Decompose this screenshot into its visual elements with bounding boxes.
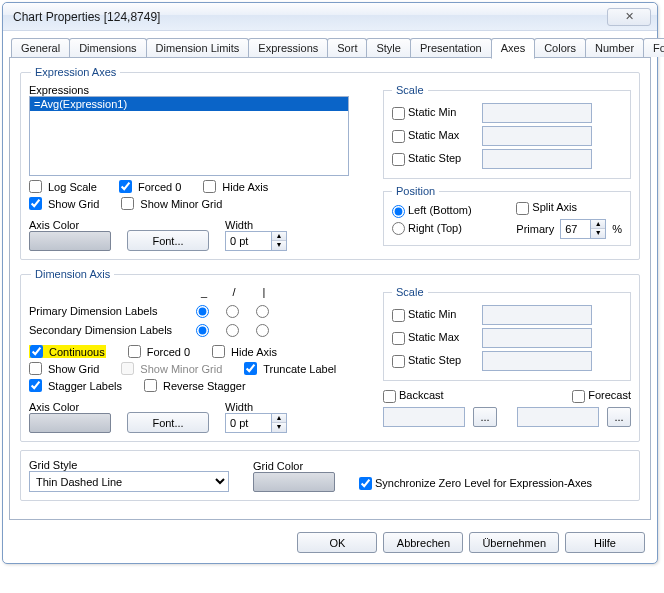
continuous-checkbox[interactable]: Continuous [29, 345, 106, 358]
truncate-label-checkbox[interactable]: Truncate Label [244, 362, 336, 375]
stagger-labels-checkbox[interactable]: Stagger Labels [29, 379, 122, 392]
dim-static-min-input[interactable] [482, 305, 592, 325]
tab-sort[interactable]: Sort [327, 38, 367, 57]
ok-button[interactable]: OK [297, 532, 377, 553]
grid-style-combo[interactable]: Thin Dashed Line [29, 471, 229, 492]
close-button[interactable]: ✕ [607, 8, 651, 26]
dim-label-radio-grid: _ / | Primary Dimension Labels Secondary… [29, 286, 367, 337]
forecast-input[interactable] [517, 407, 599, 427]
list-item[interactable]: =Avg(Expression1) [30, 97, 348, 111]
tab-general[interactable]: General [11, 38, 70, 57]
static-step-checkbox[interactable]: Static Step [392, 152, 476, 166]
grid-color-swatch[interactable] [253, 472, 335, 492]
chevron-up-icon[interactable]: ▲ [591, 220, 605, 229]
titlebar[interactable]: Chart Properties [124,8749] ✕ [3, 3, 657, 31]
position-left-radio[interactable]: Left (Bottom) [392, 204, 472, 216]
group-dim-scale: Scale Static Min Static Max Static Step [383, 286, 631, 381]
dim-forced0-checkbox[interactable]: Forced 0 [128, 345, 190, 358]
expr-width-input[interactable] [225, 231, 271, 251]
grid-color-label: Grid Color [253, 460, 335, 472]
group-expression-axes-legend: Expression Axes [31, 66, 120, 78]
static-step-input[interactable] [482, 149, 592, 169]
dim-show-grid-checkbox[interactable]: Show Grid [29, 362, 99, 375]
dim-width-label: Width [225, 401, 287, 413]
axis-color-label: Axis Color [29, 219, 111, 231]
tabstrip: General Dimensions Dimension Limits Expr… [9, 35, 651, 58]
backcast-browse-button[interactable]: ... [473, 407, 497, 427]
chevron-up-icon[interactable]: ▲ [272, 232, 286, 241]
tab-expressions[interactable]: Expressions [248, 38, 328, 57]
tab-dimension-limits[interactable]: Dimension Limits [146, 38, 250, 57]
dim-width-spinner[interactable]: ▲▼ [225, 413, 287, 433]
backcast-input[interactable] [383, 407, 465, 427]
position-right-radio[interactable]: Right (Top) [392, 222, 462, 234]
secondary-dim-label: Secondary Dimension Labels [29, 324, 189, 336]
expressions-listbox[interactable]: =Avg(Expression1) [29, 96, 349, 176]
dim-hide-axis-checkbox[interactable]: Hide Axis [212, 345, 277, 358]
chevron-down-icon[interactable]: ▼ [272, 241, 286, 250]
group-dimension-axis-legend: Dimension Axis [31, 268, 114, 280]
expr-width-spinner[interactable]: ▲▼ [225, 231, 287, 251]
axis-color-swatch[interactable] [29, 231, 111, 251]
static-min-input[interactable] [482, 103, 592, 123]
tab-number[interactable]: Number [585, 38, 644, 57]
dialog-window: Chart Properties [124,8749] ✕ General Di… [2, 2, 658, 564]
client-area: General Dimensions Dimension Limits Expr… [3, 31, 657, 563]
secondary-dim-diag-radio[interactable] [226, 324, 239, 337]
primary-dim-horiz-radio[interactable] [196, 305, 209, 318]
show-grid-checkbox[interactable]: Show Grid [29, 197, 99, 210]
tab-dimensions[interactable]: Dimensions [69, 38, 146, 57]
chevron-up-icon[interactable]: ▲ [272, 414, 286, 423]
dim-show-minor-grid-checkbox: Show Minor Grid [121, 362, 222, 375]
tab-panel-axes: Expression Axes Expressions =Avg(Express… [9, 58, 651, 520]
secondary-dim-horiz-radio[interactable] [196, 324, 209, 337]
dialog-footer: OK Abbrechen Übernehmen Hilfe [9, 524, 651, 553]
show-minor-grid-checkbox[interactable]: Show Minor Grid [121, 197, 222, 210]
group-expr-scale: Scale Static Min Static Max Static Step [383, 84, 631, 179]
backcast-checkbox[interactable]: Backcast [383, 389, 444, 403]
tab-style[interactable]: Style [366, 38, 410, 57]
static-max-checkbox[interactable]: Static Max [392, 129, 476, 143]
dim-static-step-checkbox[interactable]: Static Step [392, 354, 476, 368]
primary-dim-vert-radio[interactable] [256, 305, 269, 318]
primary-input[interactable] [560, 219, 590, 239]
forecast-browse-button[interactable]: ... [607, 407, 631, 427]
group-dimension-axis: Dimension Axis _ / | Primary Dimension L… [20, 268, 640, 442]
help-button[interactable]: Hilfe [565, 532, 645, 553]
log-scale-checkbox[interactable]: Log Scale [29, 180, 97, 193]
group-expr-position: Position Left (Bottom) Right (Top) Split… [383, 185, 631, 246]
tab-axes[interactable]: Axes [491, 38, 535, 59]
forced0-checkbox[interactable]: Forced 0 [119, 180, 181, 193]
sync-zero-checkbox[interactable]: Synchronize Zero Level for Expression-Ax… [359, 477, 592, 491]
dim-width-input[interactable] [225, 413, 271, 433]
window-title: Chart Properties [124,8749] [13, 10, 160, 24]
dim-static-min-checkbox[interactable]: Static Min [392, 308, 476, 322]
chevron-down-icon[interactable]: ▼ [272, 423, 286, 432]
apply-button[interactable]: Übernehmen [469, 532, 559, 553]
chevron-down-icon[interactable]: ▼ [591, 229, 605, 238]
split-axis-checkbox[interactable]: Split Axis [516, 201, 577, 213]
grid-style-label: Grid Style [29, 459, 229, 471]
secondary-dim-vert-radio[interactable] [256, 324, 269, 337]
static-max-input[interactable] [482, 126, 592, 146]
static-min-checkbox[interactable]: Static Min [392, 106, 476, 120]
forecast-checkbox[interactable]: Forecast [572, 389, 631, 403]
dim-font-button[interactable]: Font... [127, 412, 209, 433]
dim-static-max-checkbox[interactable]: Static Max [392, 331, 476, 345]
tab-presentation[interactable]: Presentation [410, 38, 492, 57]
expr-font-button[interactable]: Font... [127, 230, 209, 251]
hide-axis-checkbox[interactable]: Hide Axis [203, 180, 268, 193]
primary-dim-diag-radio[interactable] [226, 305, 239, 318]
tab-font[interactable]: Font [643, 38, 664, 57]
tab-colors[interactable]: Colors [534, 38, 586, 57]
reverse-stagger-checkbox[interactable]: Reverse Stagger [144, 379, 246, 392]
dim-static-max-input[interactable] [482, 328, 592, 348]
dim-static-step-input[interactable] [482, 351, 592, 371]
dim-axis-color-label: Axis Color [29, 401, 111, 413]
dim-axis-color-swatch[interactable] [29, 413, 111, 433]
cancel-button[interactable]: Abbrechen [383, 532, 463, 553]
primary-label: Primary [516, 223, 554, 235]
group-grid: Grid Style Thin Dashed Line Grid Color S… [20, 450, 640, 501]
primary-spinner[interactable]: ▲▼ [560, 219, 606, 239]
primary-dim-label: Primary Dimension Labels [29, 305, 189, 317]
